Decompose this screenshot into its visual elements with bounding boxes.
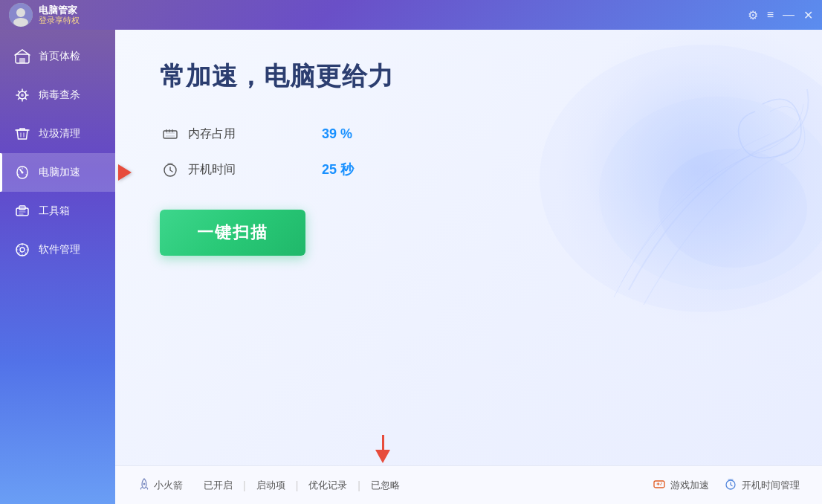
tools-icon [13,202,31,220]
stats-section: 内存占用 39 % 开机时间 25 秒 [160,123,777,180]
ignore-item[interactable]: 已忽略 [371,479,400,492]
svg-point-11 [20,248,25,252]
app-title: 电脑管家 [39,4,80,16]
sidebar-item-cleanup[interactable]: 垃圾清理 [0,114,115,153]
game-icon [653,477,666,494]
home-icon [13,48,31,65]
sidebar-item-virus-label: 病毒查杀 [39,88,80,102]
cleanup-icon [13,125,31,143]
svg-rect-4 [19,58,25,63]
clock-icon [160,159,181,180]
virus-icon [13,86,31,104]
sidebar: 首页体检 病毒查杀 垃圾清理 [0,30,115,504]
bottom-left: 小火箭 已开启 | 启动项 | 优化记录 | 已忽略 [137,477,653,494]
optrecord-label: 优化记录 [308,479,347,492]
boot-mgr-item[interactable]: 开机时间管理 [724,477,800,494]
sep1: | [243,479,246,491]
rocket-item[interactable]: 小火箭 [137,477,183,494]
sep2: | [296,479,299,491]
game-accel-item[interactable]: 游戏加速 [653,477,709,494]
sidebar-item-software-label: 软件管理 [39,243,80,256]
sidebar-item-speed-label: 电脑加速 [39,166,80,179]
startup-item[interactable]: 启动项 [256,479,285,492]
sidebar-item-speed[interactable]: 电脑加速 [0,153,115,192]
boottime-value: 25 秒 [322,161,354,178]
settings-icon[interactable]: ⚙ [748,8,758,22]
game-accel-label: 游戏加速 [670,479,709,492]
app-subtitle: 登录享特权 [39,16,80,25]
boottime-label: 开机时间 [188,162,262,178]
title-bar-controls: ⚙ ≡ — ✕ [748,8,813,22]
bottom-right: 游戏加速 开机时间管理 [653,477,800,494]
status-item: 已开启 [204,479,233,492]
svg-rect-18 [172,129,173,132]
svg-point-22 [661,482,662,484]
sidebar-item-virus[interactable]: 病毒查杀 [0,76,115,114]
bottom-bar: 小火箭 已开启 | 启动项 | 优化记录 | 已忽略 [115,465,822,504]
sidebar-item-software[interactable]: 软件管理 [0,230,115,269]
memory-icon [160,123,181,144]
sidebar-item-tools-label: 工具箱 [39,204,70,218]
rocket-icon [137,477,151,494]
avatar [9,3,33,27]
svg-point-2 [13,18,28,27]
sidebar-item-cleanup-label: 垃圾清理 [39,127,80,140]
sep3: | [357,479,360,491]
minimize-button[interactable]: — [783,8,795,22]
ignore-label: 已忽略 [371,479,400,492]
status-label: 已开启 [204,479,233,492]
optrecord-item[interactable]: 优化记录 [308,479,347,492]
startup-label: 启动项 [256,479,285,492]
memory-value: 39 % [322,126,352,142]
svg-rect-17 [169,129,170,132]
content-area: 常加速，电脑更给力 内存占用 39 % [115,30,822,504]
sidebar-item-home-label: 首页体检 [39,50,80,63]
boottime-stat-row: 开机时间 25 秒 [160,159,777,180]
software-icon [13,241,31,259]
svg-rect-16 [166,129,167,132]
speed-icon [13,164,31,181]
svg-point-23 [660,484,661,485]
memory-stat-row: 内存占用 39 % [160,123,777,144]
app-title-group: 电脑管家 登录享特权 [39,4,80,26]
close-button[interactable]: ✕ [803,8,813,22]
scan-button[interactable]: 一键扫描 [160,210,305,256]
menu-icon[interactable]: ≡ [767,8,774,22]
title-bar-left: 电脑管家 登录享特权 [9,3,748,27]
title-bar: 电脑管家 登录享特权 ⚙ ≡ — ✕ [0,0,822,30]
boot-mgr-label: 开机时间管理 [742,479,800,492]
svg-point-1 [16,8,25,17]
content-inner: 常加速，电脑更给力 内存占用 39 % [115,30,822,465]
page-heading: 常加速，电脑更给力 [160,59,777,94]
rocket-label: 小火箭 [154,479,183,492]
svg-point-7 [22,172,24,174]
svg-point-20 [143,482,146,485]
main-layout: 首页体检 病毒查杀 垃圾清理 [0,30,822,504]
sidebar-item-tools[interactable]: 工具箱 [0,192,115,230]
svg-point-6 [21,94,24,97]
sidebar-item-home[interactable]: 首页体检 [0,37,115,76]
boottime-mgr-icon [724,477,737,494]
memory-label: 内存占用 [188,126,262,142]
